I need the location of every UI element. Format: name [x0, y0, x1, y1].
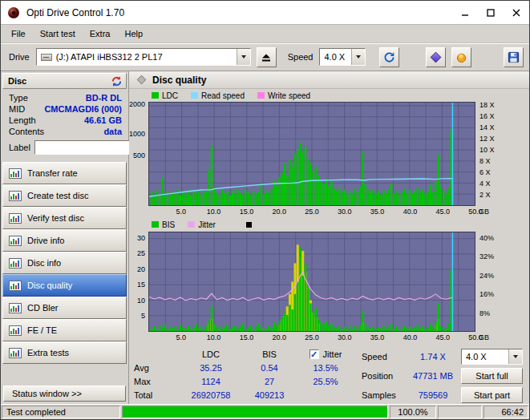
axis-label: 10 X [479, 147, 495, 154]
axis-label: 16% [479, 291, 494, 298]
jitter-column-header: ✓ Jitter [294, 349, 357, 359]
chart-icon [9, 191, 22, 201]
max-jitter: 25.5% [294, 377, 357, 386]
axis-label: 500 [133, 152, 145, 160]
refresh-button[interactable] [379, 47, 399, 67]
disc-mid-value: CMCMAGDI6 (000) [44, 104, 122, 114]
test-speed-dropdown-arrow[interactable] [508, 349, 522, 364]
disc-length-value: 46.61 GB [84, 115, 122, 125]
menubar: File Start test Extra Help [1, 25, 529, 43]
max-ldc: 1124 [177, 377, 245, 386]
sidebar-button-label: Transfer rate [27, 168, 78, 178]
axis-label: 45.0 [431, 333, 454, 341]
axis-label: 40% [479, 235, 494, 242]
sidebar: Disc TypeBD-R DL MIDCMCMAGDI6 (000) Leng… [1, 71, 129, 404]
axis-label: 35.0 [366, 208, 389, 216]
speed-dropdown-arrow[interactable] [351, 49, 365, 65]
eject-button[interactable] [257, 47, 277, 67]
drive-icon [41, 54, 52, 61]
total-row: Total 26920758 409213 [134, 388, 357, 402]
info-label: Contents [9, 127, 44, 136]
menu-start-test[interactable]: Start test [33, 26, 83, 41]
axis-label: 5 [141, 313, 145, 320]
avg-row: Avg 35.25 0.54 13.5% [134, 361, 357, 374]
sidebar-button-cd-bler[interactable]: CD Bler [2, 297, 127, 319]
titlebar: Opti Drive Control 1.70 [1, 1, 529, 25]
axis-label: 2000 [129, 101, 145, 108]
axis-label: 8 X [479, 158, 491, 165]
disc-quality-panel: Disc quality LDCRead speedWrite speed 20… [129, 71, 529, 404]
maximize-button[interactable] [478, 1, 504, 24]
check-icon: ✓ [310, 350, 318, 358]
app-icon [7, 6, 20, 19]
tools-button[interactable] [451, 47, 471, 67]
sidebar-button-extra-tests[interactable]: Extra tests [2, 341, 127, 364]
sidebar-button-create-test-disc[interactable]: Create test disc [2, 184, 127, 207]
speed-label: Speed [288, 52, 314, 62]
axis-label: 5.0 [170, 208, 192, 216]
axis-label: 30.0 [334, 208, 356, 216]
sidebar-button-label: Drive info [27, 236, 64, 245]
statusbar-spacer [438, 406, 482, 418]
menu-file[interactable]: File [4, 26, 33, 41]
eject-icon [261, 53, 271, 62]
jitter-y-axis: 40%32%24%16%8% [477, 232, 509, 332]
start-full-button[interactable]: Start full [461, 368, 523, 384]
speed-result-value: 1.74 X [405, 352, 461, 361]
sidebar-button-label: Create test disc [27, 191, 88, 200]
axis-label: GB [479, 208, 495, 216]
sidebar-button-label: Extra tests [27, 348, 69, 357]
panel-icon [136, 75, 147, 85]
sidebar-button-verify-test-disc[interactable]: Verify test disc [2, 207, 127, 229]
minimize-button[interactable] [452, 1, 478, 24]
axis-label: 40.0 [399, 333, 421, 341]
close-button[interactable] [504, 1, 529, 24]
jitter-checkbox[interactable]: ✓ [310, 349, 319, 359]
status-text: Test completed [2, 406, 120, 418]
legend-label: LDC [162, 91, 178, 100]
chart2-legend: BISJitter [152, 220, 252, 229]
refresh-icon [383, 51, 395, 63]
elapsed-time: 66:42 [483, 406, 528, 418]
total-ldc: 26920758 [177, 390, 245, 400]
sidebar-button-label: Disc info [27, 258, 61, 268]
axis-label: 24% [479, 273, 494, 280]
test-speed-select[interactable]: 4.0 X [461, 349, 523, 365]
axis-label: 10 [137, 297, 145, 305]
total-bis: 409213 [245, 390, 294, 400]
axis-label: 2 X [479, 192, 491, 199]
toolbar: Drive (J:) ATAPI iHBS312 2 PL17 Speed 4.… [1, 43, 529, 71]
menu-extra[interactable]: Extra [83, 26, 118, 41]
axis-label: 5.0 [170, 333, 192, 341]
axis-label: 14 X [479, 124, 495, 131]
disc-info-row: TypeBD-R DL [2, 92, 127, 103]
results-area: LDC BIS ✓ Jitter Avg 35.25 0.54 13.5% [129, 347, 529, 404]
sidebar-button-disc-quality[interactable]: Disc quality [2, 274, 127, 297]
sidebar-button-transfer-rate[interactable]: Transfer rate [2, 162, 127, 184]
save-button[interactable] [504, 47, 524, 67]
axis-label: 4 X [479, 180, 491, 188]
axis-label: 30 [137, 235, 145, 242]
rescan-disc-icon[interactable] [111, 75, 123, 87]
start-part-button[interactable]: Start part [461, 387, 523, 403]
disc-header-label: Disc [8, 76, 26, 86]
axis-label: 40.0 [399, 208, 421, 216]
bis-y-axis: 30252015105 [129, 232, 147, 332]
window-title: Opti Drive Control 1.70 [26, 7, 452, 18]
speed-result-label: Speed [362, 352, 405, 361]
sidebar-button-drive-info[interactable]: Drive info [2, 229, 127, 252]
axis-label: 12 X [479, 135, 495, 143]
sidebar-buttons: Transfer rate Create test disc Verify te… [2, 162, 127, 364]
sidebar-button-disc-info[interactable]: Disc info [2, 252, 127, 274]
status-window-button[interactable]: Status window >> [3, 386, 126, 402]
speed-select[interactable]: 4.0 X [319, 48, 366, 66]
menu-help[interactable]: Help [117, 26, 150, 41]
drive-dropdown-arrow[interactable] [237, 49, 250, 65]
disc-quality-quick-button[interactable] [426, 47, 446, 67]
sidebar-button-fe-te[interactable]: FE / TE [2, 319, 127, 341]
axis-label: 35.0 [366, 333, 389, 341]
chart2-x-axis: 5.010.015.020.025.030.035.040.045.050.0G… [129, 333, 529, 343]
axis-label: 15.0 [235, 208, 257, 216]
drive-value: (J:) ATAPI iHBS312 2 PL17 [56, 52, 163, 62]
drive-select[interactable]: (J:) ATAPI iHBS312 2 PL17 [36, 48, 251, 66]
